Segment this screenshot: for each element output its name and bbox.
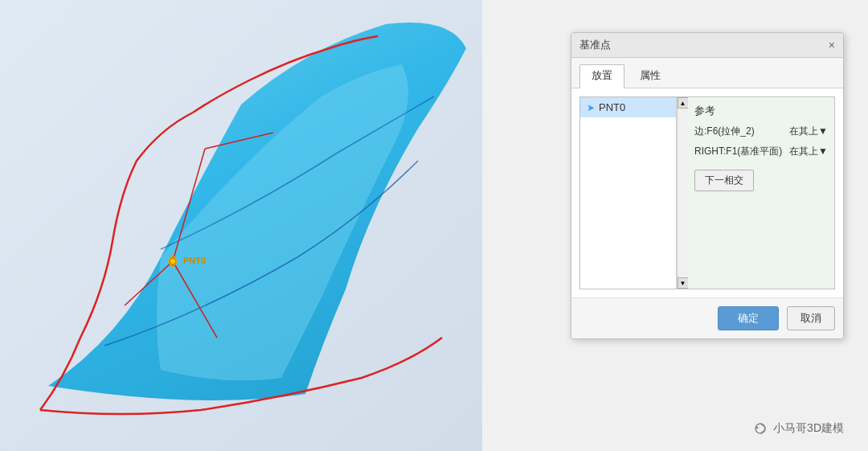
dialog-close-button[interactable]: × — [829, 39, 835, 51]
ref-item-0-type[interactable]: 在其上▼ — [789, 125, 828, 138]
dialog-title-bar: 基准点 × — [571, 33, 843, 58]
tab-placement[interactable]: 放置 — [579, 64, 624, 88]
point-items-panel: ➤ PNT0 — [580, 97, 677, 289]
tab-properties[interactable]: 属性 — [628, 64, 673, 88]
dialog-footer: 确定 取消 — [571, 297, 843, 338]
dialog-body: ➤ PNT0 ▲ ▼ 参考 边:F6(拉伸_2) 在其上▼ — [571, 88, 843, 297]
dialog-title: 基准点 — [579, 38, 611, 52]
ok-button[interactable]: 确定 — [718, 306, 779, 330]
ref-item-1-type[interactable]: 在其上▼ — [789, 145, 828, 158]
point-item-label: PNT0 — [599, 101, 625, 113]
watermark: 小马哥3D建模 — [754, 420, 844, 437]
watermark-icon — [754, 420, 770, 437]
3d-viewport: PNT0 — [0, 0, 482, 451]
scroll-up-button[interactable]: ▲ — [678, 97, 689, 109]
point-label: PNT0 — [183, 256, 206, 265]
ref-item-0: 边:F6(拉伸_2) 在其上▼ — [694, 123, 828, 140]
intersect-button[interactable]: 下一相交 — [694, 170, 754, 191]
svg-point-8 — [756, 427, 759, 429]
selected-arrow-icon: ➤ — [587, 102, 595, 113]
scroll-down-button[interactable]: ▼ — [678, 277, 689, 289]
references-header: 参考 — [694, 104, 828, 118]
ref-item-0-name: 边:F6(拉伸_2) — [694, 125, 755, 138]
ref-item-1: RIGHT:F1(基准平面) 在其上▼ — [694, 143, 828, 160]
watermark-text: 小马哥3D建模 — [773, 421, 844, 436]
svg-point-6 — [170, 259, 175, 264]
base-point-dialog: 基准点 × 放置 属性 ➤ PNT0 ▲ ▼ — [571, 32, 844, 339]
point-list: ➤ PNT0 ▲ ▼ 参考 边:F6(拉伸_2) 在其上▼ — [579, 96, 835, 289]
references-panel: 参考 边:F6(拉伸_2) 在其上▼ RIGHT:F1(基准平面) 在其上▼ 下… — [688, 97, 834, 289]
cancel-button[interactable]: 取消 — [787, 306, 835, 330]
ref-item-1-name: RIGHT:F1(基准平面) — [694, 145, 782, 158]
point-item-pnt0[interactable]: ➤ PNT0 — [580, 97, 676, 117]
dialog-tabs: 放置 属性 — [571, 58, 843, 88]
list-scrollbar[interactable]: ▲ ▼ — [677, 97, 688, 289]
